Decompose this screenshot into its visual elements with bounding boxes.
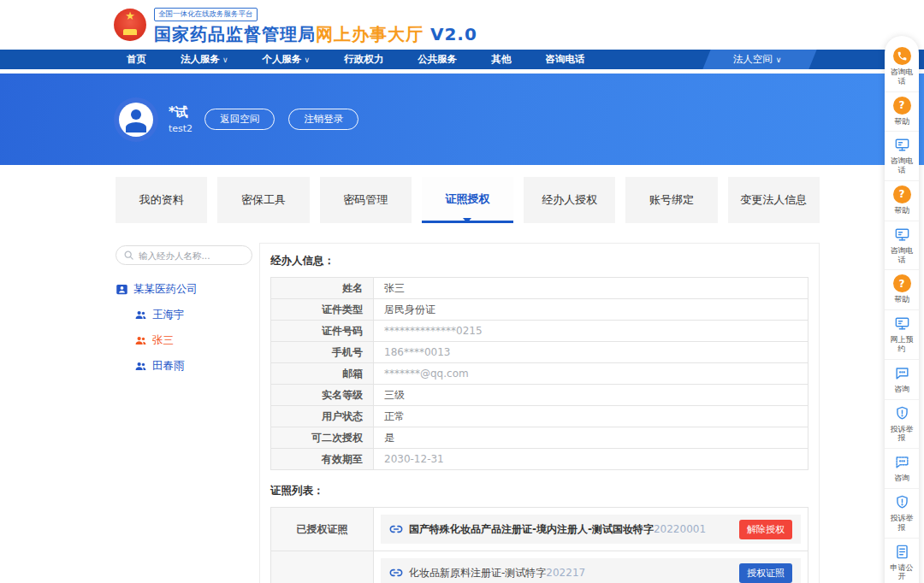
cert-list-table: 已授权证照 国产特殊化妆品产品注册证-境内注册人-测试国妆特字20220001 … bbox=[270, 507, 808, 583]
user-account: test2 bbox=[169, 123, 192, 134]
tree-company[interactable]: 某某医药公司 bbox=[116, 282, 254, 297]
realname-level-value: 三级 bbox=[374, 385, 808, 406]
cert-number: 20220001 bbox=[654, 523, 706, 535]
nav-item-public-services[interactable]: 公共服务 bbox=[418, 53, 457, 66]
user-icon bbox=[119, 103, 153, 137]
email-value: *******@qq.com bbox=[374, 363, 808, 385]
float-consult-phone[interactable]: 咨询电话 bbox=[885, 221, 919, 271]
question-icon: ? bbox=[893, 97, 911, 115]
nav-item-home[interactable]: 首页 bbox=[127, 53, 146, 66]
reauthorize-value: 是 bbox=[374, 427, 808, 449]
float-consult[interactable]: 咨询 bbox=[885, 360, 919, 400]
cert-row: 化妆品新原料注册证-测试特字202217 授权证照 bbox=[381, 558, 801, 583]
id-type-value: 居民身份证 bbox=[374, 299, 808, 321]
tree-member[interactable]: 王海宇 bbox=[134, 308, 254, 322]
float-complaint-report[interactable]: 投诉举报 bbox=[885, 489, 919, 539]
authorize-cert-button[interactable]: 授权证照 bbox=[739, 563, 792, 583]
nav-item-legal-services[interactable]: 法人服务∨ bbox=[181, 53, 228, 66]
user-name: *试 bbox=[169, 104, 192, 121]
tab-agent-authorization[interactable]: 经办人授权 bbox=[524, 177, 615, 223]
float-help[interactable]: ? 帮助 bbox=[885, 181, 919, 221]
float-consult[interactable]: 咨询 bbox=[885, 449, 919, 489]
tab-certificate-authorization[interactable]: 证照授权 bbox=[422, 177, 513, 223]
phone-icon bbox=[893, 47, 911, 65]
name-value: 张三 bbox=[374, 278, 808, 299]
tree-member[interactable]: 张三 bbox=[134, 333, 254, 348]
nav-item-administrative-power[interactable]: 行政权力 bbox=[344, 53, 383, 66]
document-icon bbox=[894, 544, 910, 560]
table-row: 用户状态正常 bbox=[271, 406, 808, 427]
question-icon: ? bbox=[893, 186, 911, 203]
float-help[interactable]: ? 帮助 bbox=[885, 270, 919, 310]
tab-change-legal-info[interactable]: 变更法人信息 bbox=[728, 177, 820, 223]
company-badge-icon bbox=[116, 283, 128, 296]
site-logo-text: 全国一体化在线政务服务平台 国家药品监督管理局网上办事大厅 V2.0 bbox=[154, 3, 477, 46]
cert-number: 202217 bbox=[546, 567, 585, 579]
table-row: 证件号码**************0215 bbox=[271, 321, 808, 342]
revoke-authorization-button[interactable]: 解除授权 bbox=[739, 520, 792, 539]
people-icon bbox=[134, 334, 147, 347]
cert-name[interactable]: 化妆品新原料注册证-测试特字 bbox=[409, 566, 546, 580]
site-title: 国家药品监督管理局网上办事大厅 V2.0 bbox=[154, 23, 477, 46]
platform-tag: 全国一体化在线政务服务平台 bbox=[154, 8, 258, 21]
agent-info-title: 经办人信息： bbox=[270, 254, 808, 268]
float-apply-disclosure[interactable]: 申请公开 bbox=[885, 539, 919, 583]
phone-value: 186****0013 bbox=[374, 342, 808, 363]
question-icon: ? bbox=[893, 274, 911, 292]
table-row: 有效期至2030-12-31 bbox=[271, 449, 808, 470]
chevron-down-icon: ∨ bbox=[305, 56, 311, 64]
search-icon bbox=[123, 250, 134, 261]
tab-security-tool[interactable]: 密保工具 bbox=[217, 177, 309, 223]
float-complaint-report[interactable]: 投诉举报 bbox=[885, 400, 919, 450]
nav-item-other[interactable]: 其他 bbox=[491, 53, 511, 66]
cert-name[interactable]: 国产特殊化妆品产品注册证-境内注册人-测试国妆特字 bbox=[409, 522, 654, 537]
authorized-group-label: 已授权证照 bbox=[271, 508, 374, 551]
monitor-icon bbox=[894, 315, 910, 332]
user-meta: *试 test2 bbox=[169, 104, 192, 134]
table-row: 邮箱*******@qq.com bbox=[271, 363, 808, 385]
table-row: 证件类型居民身份证 bbox=[271, 299, 808, 321]
main-nav: 首页 法人服务∨ 个人服务∨ 行政权力 公共服务 其他 咨询电话 法人空间∨ bbox=[0, 50, 924, 69]
nav-item-personal-services[interactable]: 个人服务∨ bbox=[263, 53, 311, 66]
link-icon bbox=[389, 522, 403, 536]
people-icon bbox=[134, 360, 147, 373]
version-label: V2.0 bbox=[424, 24, 477, 44]
tree-member[interactable]: 田春雨 bbox=[134, 359, 254, 374]
tree-children: 王海宇 张三 田春雨 bbox=[116, 308, 254, 374]
table-row: 姓名张三 bbox=[271, 278, 808, 299]
tab-password-management[interactable]: 密码管理 bbox=[320, 177, 412, 223]
floating-toolbar: 咨询电话 ? 帮助 咨询电话 ? 帮助 咨询电话 ? 帮助 网上预约 咨询 bbox=[885, 36, 919, 583]
float-online-appointment[interactable]: 网上预约 bbox=[885, 310, 919, 360]
unauthorized-group-label bbox=[271, 551, 374, 583]
legal-space-menu[interactable]: 法人空间∨ bbox=[710, 50, 804, 69]
tab-account-binding[interactable]: 账号绑定 bbox=[625, 177, 717, 223]
float-consult-phone[interactable]: 咨询电话 bbox=[885, 43, 919, 92]
agent-info-table: 姓名张三 证件类型居民身份证 证件号码**************0215 手机… bbox=[270, 277, 808, 470]
national-emblem-logo: ★ bbox=[114, 9, 146, 41]
link-icon bbox=[389, 566, 403, 580]
float-consult-phone[interactable]: 咨询电话 bbox=[885, 132, 919, 181]
table-row: 可二次授权是 bbox=[271, 427, 808, 449]
page: ★ 全国一体化在线政务服务平台 国家药品监督管理局网上办事大厅 V2.0 首页 … bbox=[0, 0, 924, 583]
agent-search-input[interactable] bbox=[116, 245, 252, 265]
table-row: 化妆品新原料注册证-测试特字202217 授权证照 国产特殊化妆品产品注册证-境… bbox=[271, 551, 808, 583]
monitor-icon bbox=[894, 137, 910, 153]
site-header: ★ 全国一体化在线政务服务平台 国家药品监督管理局网上办事大厅 V2.0 bbox=[0, 0, 924, 50]
table-row: 实名等级三级 bbox=[271, 385, 808, 406]
chevron-down-icon: ∨ bbox=[222, 56, 228, 64]
tab-my-profile[interactable]: 我的资料 bbox=[116, 177, 207, 223]
chat-icon bbox=[894, 365, 910, 381]
shield-icon bbox=[894, 405, 910, 421]
nav-item-consult-phone[interactable]: 咨询电话 bbox=[545, 53, 584, 66]
return-space-button[interactable]: 返回空间 bbox=[204, 109, 275, 130]
people-icon bbox=[134, 309, 147, 321]
valid-until-value: 2030-12-31 bbox=[374, 449, 808, 470]
table-row: 已授权证照 国产特殊化妆品产品注册证-境内注册人-测试国妆特字20220001 … bbox=[271, 508, 808, 551]
logout-button[interactable]: 注销登录 bbox=[288, 109, 358, 130]
float-help[interactable]: ? 帮助 bbox=[885, 92, 919, 132]
chat-icon bbox=[894, 454, 910, 470]
user-banner: *试 test2 返回空间 注销登录 bbox=[0, 74, 924, 165]
id-number-value: **************0215 bbox=[374, 321, 808, 342]
monitor-icon bbox=[894, 227, 910, 243]
agent-search bbox=[116, 245, 252, 265]
